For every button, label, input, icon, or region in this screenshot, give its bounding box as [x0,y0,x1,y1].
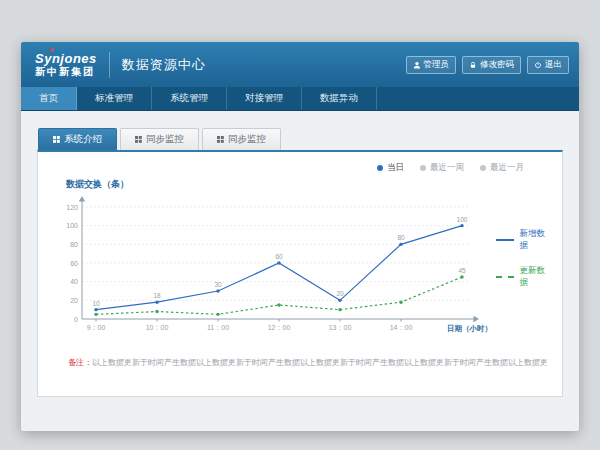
svg-text:120: 120 [66,204,78,211]
svg-text:30: 30 [214,281,222,288]
tab-system-intro[interactable]: 系统介绍 [38,128,117,150]
app-title: 数据资源中心 [122,56,206,74]
filter-last-month[interactable]: 最近一月 [480,162,524,174]
admin-button[interactable]: 管理员 [406,56,457,74]
svg-text:11：00: 11：00 [207,324,229,331]
nav-item-standard-mgmt[interactable]: 标准管理 [77,87,152,110]
logout-button[interactable]: 退出 [527,56,569,74]
header-divider [109,52,110,78]
filter-last-week[interactable]: 最近一周 [420,162,464,174]
svg-text:40: 40 [70,278,78,285]
svg-text:日期（小时）: 日期（小时） [447,324,492,333]
logo-star-icon: ✶ [48,47,55,55]
svg-text:9：00: 9：00 [87,324,106,331]
grid-icon [53,136,60,143]
svg-text:80: 80 [397,234,405,241]
user-icon [413,61,421,69]
svg-text:80: 80 [70,241,78,248]
legend-item-updated-data: 更新数据 [496,265,548,289]
svg-text:45: 45 [458,267,466,274]
note-prefix: 备注： [68,358,92,367]
line-sample-icon [496,276,514,278]
nav-item-home[interactable]: 首页 [21,87,77,110]
logo-text: Synjones [35,52,97,65]
chart-panel: 当日 最近一周 最近一月 数据交换（条） 0204060801001209：00… [37,150,563,397]
grid-icon [135,136,142,143]
chart-row: 0204060801001209：0010：0011：0012：0013：001… [52,191,548,343]
svg-text:20: 20 [336,290,344,297]
logo: Synjones ✶ 新中新集团 [35,52,97,77]
change-password-button[interactable]: 修改密码 [462,56,521,74]
filter-label: 最近一周 [430,162,464,174]
filter-label: 最近一月 [490,162,524,174]
tab-label: 系统介绍 [64,133,102,146]
svg-text:100: 100 [66,222,78,229]
svg-text:0: 0 [74,316,78,323]
footnote: 备注：以上数据更新于时间产生数据以上数据更新于时间产生数据以上数据更新于时间产生… [68,357,548,368]
main-nav: 首页 标准管理 系统管理 对接管理 数据异动 [21,87,579,111]
desktop-background: { "header": { "logo_text": "Synjones", "… [0,0,600,450]
svg-text:12：00: 12：00 [268,324,291,331]
app-window: Synjones ✶ 新中新集团 数据资源中心 管理员 修改密码 退出 首页 标… [21,42,579,431]
line-sample-icon [496,239,514,241]
svg-text:100: 100 [457,216,468,223]
power-icon [534,61,542,69]
tab-label: 同步监控 [228,133,266,146]
svg-text:18: 18 [153,292,161,299]
logout-label: 退出 [545,59,562,71]
line-chart: 0204060801001209：0010：0011：0012：0013：001… [52,191,494,343]
app-header: Synjones ✶ 新中新集团 数据资源中心 管理员 修改密码 退出 [21,42,579,87]
filter-label: 当日 [387,162,404,174]
nav-item-data-change[interactable]: 数据异动 [302,87,377,110]
change-password-label: 修改密码 [480,59,514,71]
series-legend: 新增数据 更新数据 [496,228,548,289]
filter-today[interactable]: 当日 [377,162,404,174]
y-axis-label: 数据交换（条） [66,178,548,191]
nav-item-system-mgmt[interactable]: 系统管理 [152,87,227,110]
dot-icon [377,165,383,171]
svg-text:60: 60 [275,253,283,260]
legend-label: 新增数据 [519,228,548,252]
grid-icon [217,136,224,143]
dot-icon [420,165,426,171]
svg-text:10: 10 [92,300,100,307]
dot-icon [480,165,486,171]
legend-label: 更新数据 [519,265,548,289]
note-text: 以上数据更新于时间产生数据以上数据更新于时间产生数据以上数据更新于时间产生数据以… [92,358,548,367]
logo-subtext: 新中新集团 [35,67,97,77]
header-actions: 管理员 修改密码 退出 [406,56,570,74]
legend-item-new-data: 新增数据 [496,228,548,252]
svg-text:14：00: 14：00 [390,324,413,331]
tab-bar: 系统介绍 同步监控 同步监控 [37,128,563,150]
svg-text:10：00: 10：00 [146,324,169,331]
svg-text:60: 60 [70,260,78,267]
tab-sync-monitor-1[interactable]: 同步监控 [120,128,199,150]
lock-icon [469,61,477,69]
tab-label: 同步监控 [146,133,184,146]
admin-button-label: 管理员 [424,59,450,71]
tab-sync-monitor-2[interactable]: 同步监控 [202,128,281,150]
content-area: 系统介绍 同步监控 同步监控 当日 最近一周 [21,111,579,397]
period-filter-group: 当日 最近一周 最近一月 [52,162,524,174]
nav-item-integration-mgmt[interactable]: 对接管理 [227,87,302,110]
svg-text:20: 20 [70,297,78,304]
svg-text:13：00: 13：00 [329,324,352,331]
